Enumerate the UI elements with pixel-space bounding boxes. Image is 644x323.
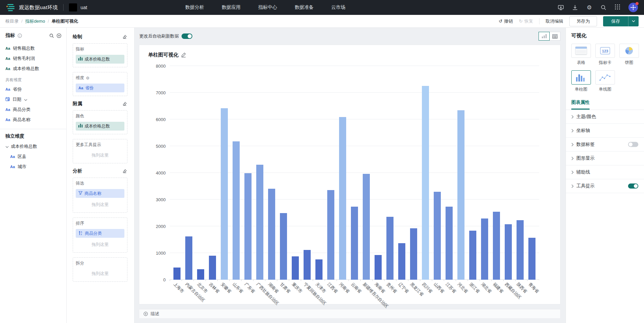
independent-dim-group[interactable]: 成本价格总数 bbox=[5, 141, 62, 152]
nav-item-2[interactable]: 指标中心 bbox=[258, 4, 277, 10]
chart-type-1[interactable]: 123指标卡 bbox=[595, 44, 615, 66]
bar-陕西省[interactable] bbox=[517, 220, 524, 280]
gear-icon[interactable]: ⚙ bbox=[586, 4, 593, 11]
filter-slot[interactable]: 筛选 商品名称 拖到这里 bbox=[73, 178, 127, 213]
metric-item[interactable]: Aa成本价格总数 bbox=[5, 64, 62, 74]
undo-button[interactable]: ↺撤销 bbox=[499, 18, 513, 24]
more-tooltip-slot[interactable]: 更多工具提示 拖到这里 bbox=[73, 139, 127, 163]
clear-draw-icon[interactable] bbox=[122, 34, 127, 40]
nav-item-4[interactable]: 云市场 bbox=[331, 4, 345, 10]
bar-广东省[interactable] bbox=[244, 173, 252, 280]
chart-type-2[interactable]: 饼图 bbox=[619, 44, 639, 66]
bar-湖南省[interactable] bbox=[268, 189, 275, 280]
bar-云南省[interactable] bbox=[351, 207, 358, 280]
bar-重庆市[interactable] bbox=[292, 256, 299, 280]
add-description-icon[interactable] bbox=[143, 312, 148, 316]
color-slot[interactable]: 颜色 成本价格总数 bbox=[73, 110, 127, 134]
bar-西藏自治区[interactable] bbox=[505, 224, 512, 280]
bar-浙江省[interactable] bbox=[469, 231, 476, 280]
bar-山东省[interactable] bbox=[233, 141, 240, 280]
download-icon[interactable] bbox=[572, 4, 578, 11]
dimension-item[interactable]: Aa商品分类 bbox=[5, 105, 62, 115]
clear-attach-icon[interactable] bbox=[122, 101, 127, 107]
bar-甘肃省[interactable] bbox=[280, 213, 287, 280]
bar-辽宁省[interactable] bbox=[398, 243, 405, 280]
tab-chart-properties[interactable]: 图表属性 bbox=[571, 99, 590, 110]
bar-湖北省[interactable] bbox=[481, 218, 488, 280]
metric-chip[interactable]: 成本价格总数 bbox=[76, 55, 124, 64]
clear-analysis-icon[interactable] bbox=[122, 168, 127, 174]
property-section-0[interactable]: 主题/颜色 bbox=[566, 110, 644, 124]
save-button[interactable]: 保存 bbox=[603, 16, 628, 26]
add-field-icon[interactable] bbox=[56, 33, 62, 38]
redo-button[interactable]: ↻恢复 bbox=[519, 18, 533, 24]
chart-type-4[interactable]: 单线图 bbox=[595, 70, 615, 92]
independent-dim-item[interactable]: Aa区县 bbox=[10, 152, 62, 162]
sort-slot[interactable]: 排序 AZ 商品分类 拖到这里 bbox=[73, 217, 127, 253]
description-label[interactable]: 描述 bbox=[150, 311, 159, 317]
dimension-slot[interactable]: 维度 ⚙ Aa 省份 bbox=[73, 72, 127, 96]
chart-view-button[interactable] bbox=[539, 32, 550, 41]
dimension-chip[interactable]: Aa 省份 bbox=[76, 84, 124, 92]
property-section-2[interactable]: 数据标签 bbox=[566, 138, 644, 152]
cancel-edit-button[interactable]: 取消编辑 bbox=[546, 18, 563, 24]
property-section-3[interactable]: 图形显示 bbox=[566, 152, 644, 165]
bar-福建省[interactable] bbox=[493, 212, 500, 280]
bar-贵州省[interactable] bbox=[386, 217, 393, 280]
dimension-item[interactable]: Aa省份 bbox=[5, 84, 62, 94]
bar-新疆维吾尔自治区[interactable] bbox=[363, 174, 370, 280]
bar-江西省[interactable] bbox=[327, 190, 334, 280]
apps-grid-icon[interactable] bbox=[614, 4, 621, 11]
bar-上海市[interactable] bbox=[173, 268, 181, 280]
info-icon[interactable] bbox=[17, 33, 22, 38]
dimension-item[interactable]: Aa商品名称 bbox=[5, 115, 62, 125]
bar-河北省[interactable] bbox=[457, 110, 464, 280]
sort-chip[interactable]: AZ 商品分类 bbox=[76, 229, 124, 238]
split-slot[interactable]: 拆分 拖到这里 bbox=[73, 257, 127, 282]
bar-天津市[interactable] bbox=[315, 259, 323, 280]
table-view-button[interactable] bbox=[549, 32, 560, 41]
bar-山西省[interactable] bbox=[434, 192, 441, 280]
bar-内蒙古自治区[interactable] bbox=[185, 236, 192, 280]
edit-title-icon[interactable] bbox=[181, 52, 186, 57]
guandata-logo-icon[interactable] bbox=[6, 3, 15, 12]
bar-吉林省[interactable] bbox=[209, 256, 216, 280]
dimension-item[interactable]: 日期 bbox=[5, 94, 62, 105]
bar-安徽省[interactable] bbox=[221, 108, 228, 280]
property-toggle[interactable] bbox=[628, 183, 638, 188]
breadcrumb-root[interactable]: 根目录 bbox=[5, 18, 19, 24]
avatar[interactable] bbox=[628, 3, 638, 12]
bar-黑龙江省[interactable] bbox=[410, 228, 417, 280]
chart-type-3[interactable]: 单柱图 bbox=[571, 70, 591, 92]
save-as-button[interactable]: 另存为 bbox=[569, 16, 597, 26]
auto-refresh-toggle[interactable] bbox=[182, 33, 192, 39]
bar-海南省[interactable] bbox=[375, 255, 382, 280]
present-icon[interactable] bbox=[557, 4, 564, 11]
bar-江苏省[interactable] bbox=[446, 207, 453, 280]
breadcrumb-folder[interactable]: 指标demo bbox=[25, 18, 45, 24]
field-search-icon[interactable] bbox=[49, 33, 54, 38]
property-toggle[interactable] bbox=[628, 142, 638, 147]
metric-item[interactable]: Aa销售毛利润 bbox=[5, 53, 62, 64]
nav-item-1[interactable]: 数据应用 bbox=[222, 4, 241, 10]
property-section-5[interactable]: 工具提示 bbox=[566, 179, 644, 193]
bar-广西壮族自治区[interactable] bbox=[256, 165, 263, 280]
nav-item-0[interactable]: 数据分析 bbox=[185, 4, 204, 10]
nav-item-3[interactable]: 数据准备 bbox=[295, 4, 314, 10]
bar-宁夏回族自治区[interactable] bbox=[304, 250, 311, 280]
metric-item[interactable]: Aa销售额总数 bbox=[5, 43, 62, 53]
bar-河南省[interactable] bbox=[339, 117, 346, 280]
bar-青海省[interactable] bbox=[528, 238, 535, 280]
filter-chip[interactable]: 商品名称 bbox=[76, 189, 124, 198]
dimension-gear-icon[interactable]: ⚙ bbox=[86, 76, 90, 80]
metric-slot[interactable]: 指标 成本价格总数 bbox=[73, 43, 127, 67]
independent-dim-item[interactable]: Aa城市 bbox=[10, 162, 62, 172]
chart-type-0[interactable]: 表格 bbox=[571, 44, 591, 66]
property-section-1[interactable]: 坐标轴 bbox=[566, 124, 644, 138]
property-section-4[interactable]: 辅助线 bbox=[566, 165, 644, 179]
bar-四川省[interactable] bbox=[422, 86, 429, 280]
color-chip[interactable]: 成本价格总数 bbox=[76, 122, 124, 131]
save-dropdown-button[interactable] bbox=[628, 16, 639, 26]
bar-北京市[interactable] bbox=[197, 269, 204, 280]
workspace-logo[interactable] bbox=[69, 3, 77, 11]
